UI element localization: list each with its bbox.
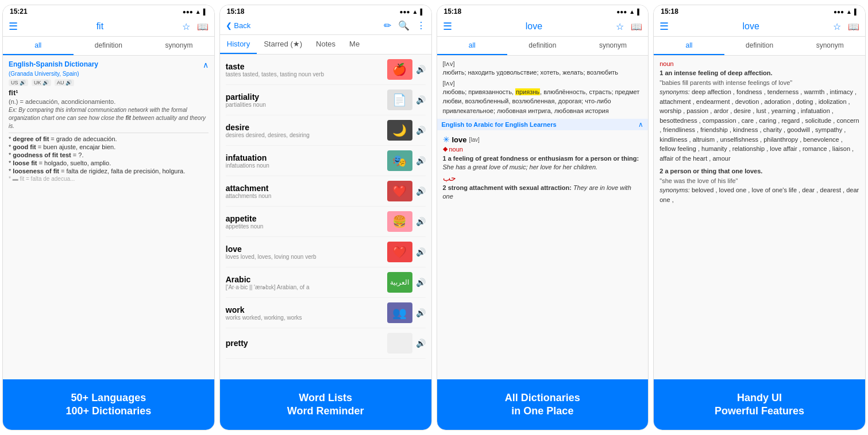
audio-desire[interactable]: 🔊: [416, 126, 426, 135]
book-icon-3[interactable]: 📖: [631, 21, 642, 32]
banner-3: All Dictionaries in One Place: [437, 379, 649, 430]
tab-definition-1[interactable]: definition: [74, 37, 144, 55]
thumb-work: 👥: [387, 302, 412, 323]
time-3: 15:18: [444, 7, 462, 15]
wifi-icon-1: ▲: [195, 9, 201, 15]
search-word-3[interactable]: love: [526, 21, 542, 32]
battery-icon-3: ▌: [637, 9, 641, 15]
history-item-love[interactable]: love loves loved, loves, loving noun ver…: [226, 237, 426, 267]
status-bar-1: 15:21 ●●● ▲ ▌: [3, 5, 214, 18]
arabic-section-3: ✳ love [lav] ◆ noun 1 a feeling of great…: [443, 135, 643, 201]
phone-1: 15:21 ●●● ▲ ▌ ☰ fit ☆ 📖 all definition s…: [2, 5, 215, 430]
search-word-1[interactable]: fit: [97, 21, 103, 32]
content-4: noun 1 an intense feeling of deep affect…: [654, 56, 865, 379]
history-item-infatuation[interactable]: infatuation infatuations noun 🎭 🔊: [226, 146, 426, 176]
menu-icon-3[interactable]: ☰: [443, 20, 452, 33]
entry-word-1: fit¹: [9, 88, 209, 97]
pencil-icon-2[interactable]: ✏: [384, 20, 391, 31]
content-3: [lʌv] любить; находить удовольствие; хот…: [437, 56, 649, 379]
nav-bar-2: ❮ Back ✏ 🔍 ⋮: [220, 18, 431, 35]
history-item-attachment[interactable]: attachment attachments noun ❤️ 🔊: [226, 176, 426, 207]
history-item-arabic[interactable]: Arabic ['Ar·a·bic || 'ærəbɪk] Arabian, o…: [226, 267, 426, 298]
signal-icon-3: ●●●: [616, 9, 627, 15]
arabic-section-header: English to Arabic for English Learners ∧: [437, 119, 649, 130]
tab-bar-2: History Starred (★) Notes Me: [220, 35, 431, 55]
search-icon-2[interactable]: 🔍: [398, 20, 410, 31]
audio-partiality[interactable]: 🔊: [416, 95, 426, 104]
menu-icon-1[interactable]: ☰: [9, 20, 18, 33]
dots-icon-2[interactable]: ⋮: [416, 20, 426, 31]
entry-sub-3: * goodness of fit test = ?.: [9, 152, 209, 158]
tab-starred-2[interactable]: Starred (★): [257, 35, 309, 54]
audio-taste[interactable]: 🔊: [416, 65, 426, 74]
battery-icon-2: ▌: [420, 9, 424, 15]
book-icon-4[interactable]: 📖: [848, 21, 859, 32]
time-1: 15:21: [10, 7, 28, 15]
arabic-section-title: English to Arabic for English Learners: [442, 121, 557, 128]
nav-icons-3: ☆ 📖: [616, 21, 642, 32]
history-item-desire[interactable]: desire desires desired, desires, desirin…: [226, 115, 426, 146]
star-icon-3[interactable]: ☆: [616, 21, 624, 32]
history-item-work[interactable]: work works worked, working, works 👥 🔊: [226, 298, 426, 328]
tab-synonym-3[interactable]: synonym: [578, 37, 649, 55]
collapse-icon-1[interactable]: ∧: [203, 60, 209, 69]
tab-all-4[interactable]: all: [654, 37, 724, 55]
tab-definition-3[interactable]: definition: [507, 37, 578, 55]
tab-synonym-4[interactable]: synonym: [794, 37, 865, 55]
audio-appetite[interactable]: 🔊: [416, 217, 426, 226]
audio-work[interactable]: 🔊: [416, 308, 426, 317]
history-item-pretty[interactable]: pretty 🔊: [226, 328, 426, 359]
tab-notes-2[interactable]: Notes: [309, 35, 342, 54]
pron-uk-btn[interactable]: UK 🔊: [32, 79, 51, 86]
ru-def2-3: любовь; привязанность, приязнь, влюблённ…: [443, 87, 643, 116]
thumb-infatuation: 🎭: [387, 150, 412, 171]
thumb-partiality: 📄: [387, 90, 412, 110]
phone-4: 15:18 ●●● ▲ ▌ ☰ love ☆ 📖 all definition …: [653, 5, 866, 430]
phone-2: 15:18 ●●● ▲ ▌ ❮ Back ✏ 🔍 ⋮ History Starr…: [219, 5, 432, 430]
tab-definition-4[interactable]: definition: [724, 37, 795, 55]
history-item-appetite[interactable]: appetite appetites noun 🍔 🔊: [226, 207, 426, 237]
thumb-arabic: العربية: [387, 272, 412, 293]
dict-title-1: English-Spanish Dictionary: [9, 60, 98, 68]
nav-bar-3: ☰ love ☆ 📖: [437, 18, 649, 37]
signal-icon-1: ●●●: [183, 9, 193, 15]
tab-synonym-1[interactable]: synonym: [144, 37, 214, 55]
status-icons-4: ●●● ▲ ▌: [834, 9, 858, 15]
pron-us-btn[interactable]: US 🔊: [9, 79, 28, 86]
book-icon-1[interactable]: 📖: [197, 21, 209, 32]
entry-pos-1: (n.) = adecuación, acondicionamiento.: [9, 98, 209, 105]
audio-arabic[interactable]: 🔊: [416, 278, 426, 287]
tab-all-3[interactable]: all: [437, 37, 508, 55]
history-item-partiality[interactable]: partiality partialities noun 📄 🔊: [226, 85, 426, 115]
history-item-taste[interactable]: taste tastes tasted, tastes, tasting nou…: [226, 55, 426, 85]
back-button-2[interactable]: ❮ Back: [226, 21, 251, 30]
star-icon-1[interactable]: ☆: [182, 21, 190, 32]
arabic-ipa: [lav]: [469, 137, 480, 143]
arabic-word: love: [452, 135, 467, 144]
tab-all-1[interactable]: all: [3, 37, 74, 55]
battery-icon-1: ▌: [203, 9, 207, 15]
star-icon-4[interactable]: ☆: [833, 21, 841, 32]
ipa-2-3: [lʌv]: [443, 80, 643, 87]
menu-icon-4[interactable]: ☰: [659, 20, 669, 33]
arabic-symbol: حب: [443, 173, 643, 182]
arabic-collapse-icon[interactable]: ∧: [638, 121, 643, 129]
tab-history-2[interactable]: History: [220, 35, 257, 54]
wifi-icon-2: ▲: [412, 9, 418, 15]
tab-me-2[interactable]: Me: [342, 35, 367, 54]
status-bar-4: 15:18 ●●● ▲ ▌: [654, 5, 865, 18]
time-4: 15:18: [661, 7, 678, 15]
audio-pretty[interactable]: 🔊: [416, 339, 426, 348]
nav-bar-1: ☰ fit ☆ 📖: [3, 18, 214, 37]
thumb-pretty: [387, 333, 412, 354]
pron-au-btn[interactable]: AU 🔊: [55, 79, 74, 86]
content-1: English-Spanish Dictionary (Granada Univ…: [3, 56, 214, 379]
audio-love[interactable]: 🔊: [416, 247, 426, 257]
status-bar-2: 15:18 ●●● ▲ ▌: [220, 5, 431, 18]
audio-attachment[interactable]: 🔊: [416, 187, 426, 196]
search-word-4[interactable]: love: [742, 21, 759, 32]
audio-infatuation[interactable]: 🔊: [416, 156, 426, 165]
pronunciation-row-1: US 🔊 UK 🔊 AU 🔊: [9, 79, 209, 86]
arabic-def1: 1 a feeling of great fondness or enthusi…: [443, 154, 643, 172]
tab-bar-3: all definition synonym: [437, 37, 649, 56]
